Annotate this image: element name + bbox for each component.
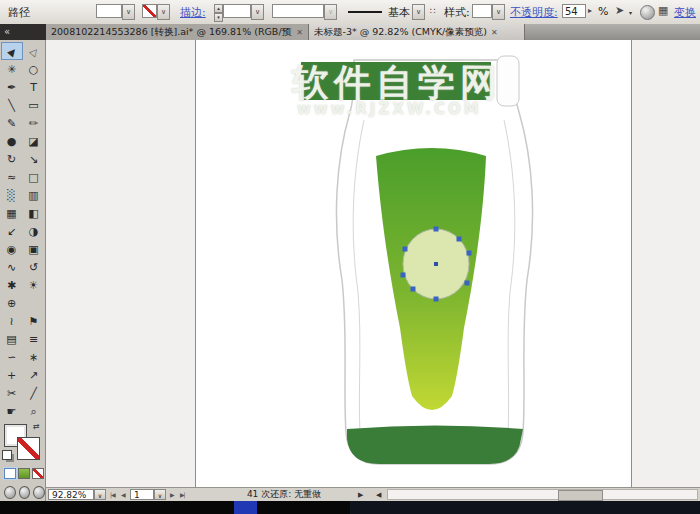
tool-magic-wand[interactable]: ✳ (1, 60, 23, 78)
artboard-prev-button[interactable]: ◀ (121, 491, 125, 498)
tool-crystallize[interactable]: ∗ (23, 348, 45, 366)
tool-gradient[interactable]: ◧ (23, 204, 45, 222)
bottom-green-base[interactable] (347, 426, 523, 465)
anchor-e-upper[interactable] (467, 251, 472, 256)
tool-paintbrush[interactable]: ✎ (1, 114, 23, 132)
tool-artboard[interactable]: ⊕ (1, 294, 23, 312)
tab-2-close-icon[interactable]: ✕ (491, 28, 498, 37)
tool-measure[interactable]: + (1, 366, 23, 384)
artboard-next-button[interactable]: ▶ (170, 491, 174, 498)
recolor-artwork-icon[interactable] (640, 5, 655, 20)
document-tab-1[interactable]: 2008102214553286 [转换].ai* @ 169.81% (RGB… (46, 24, 309, 40)
tool-eraser[interactable]: ◪ (23, 132, 45, 150)
tool-flag-warp[interactable]: ⚑ (23, 312, 45, 330)
tool-line-segment[interactable]: ╲ (1, 96, 23, 114)
tool-pen[interactable]: ✒ (1, 78, 23, 96)
tool-page[interactable]: ≡ (23, 330, 45, 348)
zoom-level-field[interactable]: 92.82% (48, 489, 94, 500)
transform-link[interactable]: 变换 (674, 5, 696, 20)
tool-scallop[interactable]: ∽ (1, 348, 23, 366)
tool-rectangle[interactable]: ▭ (23, 96, 45, 114)
tab-1-close-icon[interactable]: ✕ (296, 28, 303, 37)
tool-live-paint-selection[interactable]: ▣ (23, 240, 45, 258)
stroke-swatch[interactable] (17, 437, 40, 460)
anchor-sw[interactable] (411, 287, 416, 292)
anchor-center[interactable] (434, 262, 438, 266)
anchor-s[interactable] (434, 297, 439, 302)
artboard-last-button[interactable]: ▶| (180, 491, 185, 498)
tool-hand[interactable]: ☛ (1, 402, 23, 420)
tool-zoom[interactable]: ⌕ (23, 402, 45, 420)
isolate-dropdown-icon[interactable]: ▾ (629, 9, 632, 16)
tool-warp[interactable]: ≈ (1, 168, 23, 186)
horizontal-scrollbar-thumb[interactable] (558, 490, 603, 501)
tool-scale[interactable]: ↘ (23, 150, 45, 168)
tool-blob-brush[interactable]: ● (1, 132, 23, 150)
tool-direct-selection[interactable]: ▷ (23, 42, 45, 60)
tool-column-graph[interactable]: ▥ (23, 186, 45, 204)
artboard-number-field[interactable]: 1 (130, 489, 154, 500)
tool-pucker[interactable]: ✱ (1, 276, 23, 294)
screen-mode-normal-button[interactable] (4, 486, 16, 499)
tool-live-paint-bucket[interactable]: ◉ (1, 240, 23, 258)
stroke-color-well[interactable] (142, 4, 157, 18)
anchor-w-upper[interactable] (403, 247, 408, 252)
style-dropdown-icon[interactable]: ∨ (492, 4, 505, 20)
opacity-link[interactable]: 不透明度: (510, 5, 558, 20)
tool-reshape[interactable]: ∿ (1, 258, 23, 276)
document-tab-2[interactable]: 未标题-3* @ 92.82% (CMYK/像素预览) ✕ (309, 24, 525, 40)
tool-slice[interactable]: ✂ (1, 384, 23, 402)
stroke-dropdown-icon[interactable]: ∨ (157, 4, 170, 20)
tool-rotate[interactable]: ↻ (1, 150, 23, 168)
artboard-dropdown-icon[interactable]: ∨ (154, 489, 166, 500)
screen-mode-full-button[interactable] (33, 486, 45, 499)
status-flyout-icon[interactable]: ▶ (358, 491, 363, 499)
style-field[interactable] (472, 4, 492, 18)
stroke-weight-stepper[interactable]: ▴ ▾ (214, 4, 223, 20)
stepper-up-icon[interactable]: ▴ (214, 4, 223, 13)
none-mode-button[interactable] (32, 468, 44, 479)
anchor-ne[interactable] (457, 237, 462, 242)
color-mode-button[interactable] (4, 468, 16, 479)
tool-knife[interactable]: ╱ (23, 384, 45, 402)
horizontal-scrollbar[interactable] (387, 489, 698, 500)
opacity-field[interactable]: 54 (562, 4, 586, 18)
gradient-mode-button[interactable] (18, 468, 30, 479)
tool-lasso[interactable]: ○ (23, 60, 45, 78)
brush-dropdown-icon[interactable]: ∨ (412, 4, 425, 20)
anchor-n[interactable] (434, 227, 439, 232)
tool-bloat[interactable]: ☀ (23, 276, 45, 294)
anchor-w-lower[interactable] (401, 273, 406, 278)
stepper-down-icon[interactable]: ▾ (214, 13, 223, 22)
tool-eyedropper-alt[interactable]: ↗ (23, 366, 45, 384)
width-profile-field[interactable] (272, 4, 324, 18)
default-fill-stroke-icon[interactable] (2, 450, 12, 460)
top-white-clip[interactable] (497, 56, 519, 106)
tool-pencil[interactable]: ✏ (23, 114, 45, 132)
tool-selection[interactable]: ▶ (1, 42, 23, 60)
tool-type[interactable]: T (23, 78, 45, 96)
zoom-dropdown-icon[interactable]: ∨ (94, 489, 106, 500)
tool-eyedropper[interactable]: ↙ (1, 222, 23, 240)
isolate-selection-icon[interactable]: ➤ (615, 4, 624, 17)
canvas-area[interactable]: 软件自学网 www.RJZXW.COM (46, 40, 700, 487)
stroke-panel-link[interactable]: 描边: (180, 5, 206, 20)
anchor-e-lower[interactable] (465, 281, 470, 286)
hscroll-left-arrow-icon[interactable]: ◀ (376, 491, 381, 499)
stroke-weight-dropdown-icon[interactable]: ∨ (251, 4, 264, 20)
tool-symbol-sprayer[interactable]: ░ (1, 186, 23, 204)
tool-twirl[interactable]: ↺ (23, 258, 45, 276)
screen-mode-menubar-button[interactable] (19, 486, 31, 499)
tool-mesh[interactable]: ▦ (1, 204, 23, 222)
opacity-slider-arrow-icon[interactable]: ▸ (588, 6, 592, 15)
width-profile-dropdown-icon[interactable]: ∨ (324, 4, 337, 20)
tool-free-transform[interactable]: □ (23, 168, 45, 186)
dialog-launcher-icon[interactable]: ▦ (658, 4, 668, 17)
tool-envelope[interactable]: ≀ (1, 312, 23, 330)
panel-collapse-button[interactable]: « (0, 24, 46, 40)
stroke-weight-field[interactable] (223, 4, 251, 18)
fill-color-well[interactable] (96, 4, 122, 18)
artboard-first-button[interactable]: |◀ (110, 491, 115, 498)
fill-dropdown-icon[interactable]: ∨ (122, 4, 135, 20)
tool-graph[interactable]: ▤ (1, 330, 23, 348)
